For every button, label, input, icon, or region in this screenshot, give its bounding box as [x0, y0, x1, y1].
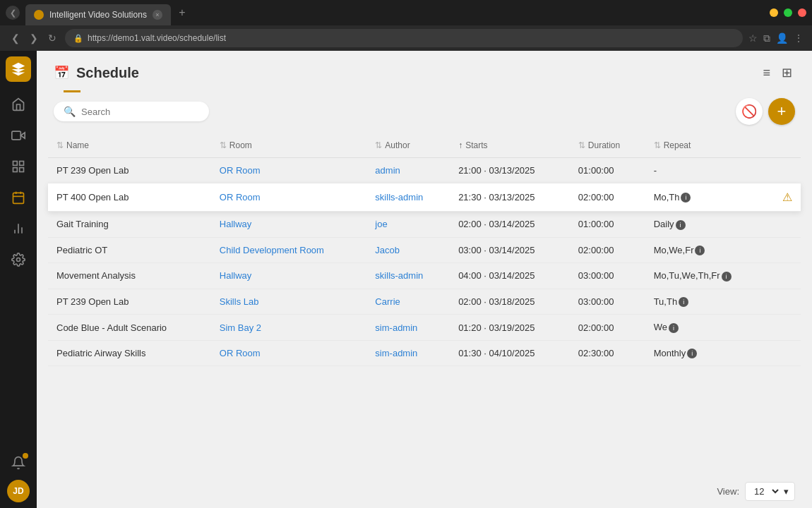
- sidebar-item-camera[interactable]: [4, 121, 32, 150]
- delete-button[interactable]: 🚫: [736, 98, 763, 125]
- cell-room[interactable]: Hallway: [211, 263, 367, 289]
- cell-room[interactable]: OR Room: [211, 158, 367, 183]
- bookmark-button[interactable]: ☆: [748, 32, 758, 44]
- author-link[interactable]: sim-admin: [375, 322, 417, 333]
- close-button[interactable]: [798, 8, 806, 17]
- search-box[interactable]: 🔍: [54, 102, 209, 121]
- author-link[interactable]: sim-admin: [375, 348, 417, 358]
- table-row[interactable]: Gait TrainingHallwayjoe02:00 · 03/14/202…: [48, 212, 801, 238]
- info-icon[interactable]: i: [681, 193, 691, 202]
- col-repeat[interactable]: ⇅ Repeat: [645, 133, 767, 158]
- header-row: ⇅ Name ⇅ Room ⇅ Author ↑ Starts ⇅ Durati: [48, 133, 801, 158]
- minimize-button[interactable]: [770, 8, 778, 17]
- forward-button[interactable]: ❯: [27, 31, 41, 45]
- cell-room[interactable]: Child Development Room: [211, 237, 367, 263]
- cell-author[interactable]: skills-admin: [366, 263, 450, 289]
- info-icon[interactable]: i: [687, 349, 697, 358]
- author-link[interactable]: Carrie: [375, 296, 400, 307]
- info-icon[interactable]: i: [679, 297, 688, 307]
- sidebar-item-settings[interactable]: [4, 246, 32, 274]
- cell-room[interactable]: Hallway: [211, 212, 367, 238]
- col-author[interactable]: ⇅ Author: [366, 133, 450, 158]
- tab-prev-btn[interactable]: ❮: [6, 6, 20, 20]
- col-room[interactable]: ⇅ Room: [211, 133, 367, 158]
- view-select[interactable]: 12 25 50 100 ▾: [745, 482, 795, 501]
- col-name[interactable]: ⇅ Name: [48, 133, 211, 158]
- user-avatar[interactable]: JD: [7, 480, 30, 502]
- table-row[interactable]: Movement AnalysisHallwayskills-admin04:0…: [48, 263, 801, 289]
- info-icon[interactable]: i: [722, 272, 732, 282]
- author-link[interactable]: joe: [375, 219, 387, 229]
- sidebar-item-home[interactable]: [4, 90, 32, 119]
- table-row[interactable]: PT 239 Open LabOR Roomadmin21:00 · 03/13…: [48, 158, 801, 183]
- warning-icon[interactable]: ⚠: [782, 191, 792, 203]
- room-link[interactable]: Hallway: [220, 219, 252, 229]
- tab-close-button[interactable]: ×: [153, 10, 162, 20]
- col-sort-icon-asc: ↑: [458, 140, 462, 150]
- cell-room[interactable]: OR Room: [211, 183, 367, 212]
- author-link[interactable]: skills-admin: [375, 270, 423, 281]
- cell-room[interactable]: OR Room: [211, 340, 367, 366]
- author-link[interactable]: skills-admin: [375, 192, 423, 202]
- room-link[interactable]: Hallway: [220, 270, 252, 281]
- room-link[interactable]: OR Room: [220, 192, 261, 202]
- table-row[interactable]: Pediatric OTChild Development RoomJacob0…: [48, 237, 801, 263]
- search-input[interactable]: [81, 107, 199, 117]
- room-link[interactable]: Sim Bay 2: [220, 322, 261, 333]
- app-logo[interactable]: [6, 56, 31, 82]
- cell-author[interactable]: sim-admin: [366, 315, 450, 341]
- cell-action: [766, 289, 801, 315]
- extensions-button[interactable]: ⧉: [763, 32, 770, 44]
- room-link[interactable]: Child Development Room: [220, 245, 324, 255]
- cell-starts: 01:20 · 03/19/2025: [450, 315, 570, 341]
- new-tab-button[interactable]: +: [174, 4, 191, 21]
- cell-author[interactable]: joe: [366, 212, 450, 238]
- sidebar-item-analytics[interactable]: [4, 152, 32, 181]
- author-link[interactable]: Jacob: [375, 245, 400, 255]
- author-link[interactable]: admin: [375, 165, 400, 176]
- notification-badge: [23, 453, 28, 459]
- info-icon[interactable]: i: [676, 220, 686, 230]
- room-link[interactable]: OR Room: [220, 348, 261, 358]
- col-actions: [766, 133, 801, 158]
- maximize-button[interactable]: [784, 8, 792, 17]
- col-sort-icon: ⇅: [220, 140, 227, 150]
- secure-icon: 🔒: [73, 34, 83, 43]
- table-row[interactable]: PT 400 Open LabOR Roomskills-admin21:30 …: [48, 183, 801, 212]
- menu-button[interactable]: ≡: [760, 63, 773, 83]
- cell-author[interactable]: sim-admin: [366, 340, 450, 366]
- cell-room[interactable]: Skills Lab: [211, 289, 367, 315]
- room-link[interactable]: OR Room: [220, 165, 261, 176]
- col-sort-icon: ⇅: [375, 140, 382, 150]
- table-row[interactable]: Pediatric Airway SkillsOR Roomsim-admin0…: [48, 340, 801, 366]
- url-bar[interactable]: 🔒 https://demo1.valt.video/schedule/list: [65, 29, 743, 47]
- cell-name: PT 239 Open Lab: [48, 158, 211, 183]
- col-duration[interactable]: ⇅ Duration: [570, 133, 645, 158]
- profile-button[interactable]: 👤: [776, 32, 788, 44]
- table-row[interactable]: PT 239 Open LabSkills LabCarrie02:00 · 0…: [48, 289, 801, 315]
- sidebar-item-notifications[interactable]: [4, 449, 32, 477]
- table-header: ⇅ Name ⇅ Room ⇅ Author ↑ Starts ⇅ Durati: [48, 133, 801, 158]
- view-dropdown[interactable]: 12 25 50 100: [751, 485, 781, 497]
- active-tab[interactable]: Intelligent Video Solutions ×: [25, 4, 171, 25]
- address-nav: ❮ ❯ ↻: [8, 31, 59, 45]
- cell-author[interactable]: admin: [366, 158, 450, 183]
- col-starts[interactable]: ↑ Starts: [450, 133, 570, 158]
- cell-duration: 01:00:00: [570, 212, 645, 238]
- grid-button[interactable]: ⊞: [779, 62, 795, 83]
- reload-button[interactable]: ↻: [45, 31, 59, 45]
- cell-author[interactable]: Carrie: [366, 289, 450, 315]
- cell-room[interactable]: Sim Bay 2: [211, 315, 367, 341]
- more-button[interactable]: ⋮: [794, 32, 804, 44]
- table-row[interactable]: Code Blue - Adult ScenarioSim Bay 2sim-a…: [48, 315, 801, 341]
- sidebar-item-reports[interactable]: [4, 214, 32, 243]
- info-icon[interactable]: i: [669, 323, 679, 333]
- info-icon[interactable]: i: [695, 246, 705, 255]
- room-link[interactable]: Skills Lab: [220, 296, 259, 307]
- add-button[interactable]: +: [768, 98, 795, 125]
- reports-icon: [11, 222, 25, 236]
- back-button[interactable]: ❮: [8, 31, 23, 45]
- sidebar-item-schedule[interactable]: [4, 183, 32, 212]
- cell-author[interactable]: skills-admin: [366, 183, 450, 212]
- cell-author[interactable]: Jacob: [366, 237, 450, 263]
